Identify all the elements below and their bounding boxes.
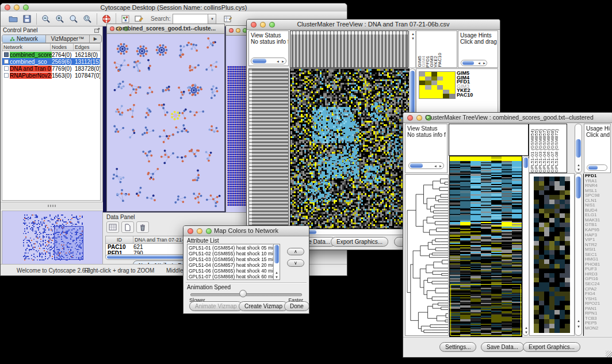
matrix-cell[interactable] [431, 90, 437, 94]
open-session-button[interactable] [6, 13, 20, 25]
matrix-cell[interactable] [437, 76, 443, 81]
dialog-titlebar[interactable]: Map Colors to Network [183, 226, 309, 236]
matrix-cell[interactable] [443, 76, 449, 81]
gene-label[interactable]: MON2 [585, 326, 612, 331]
tv2-row-dendrogram[interactable] [405, 174, 449, 336]
scroll-right-arrow[interactable]: ► [281, 60, 285, 63]
matrix-cell[interactable] [425, 94, 431, 98]
matrix-cell[interactable] [419, 85, 425, 90]
matrix-cell[interactable] [425, 85, 431, 90]
animate-vizmap-button[interactable]: Animate Vizmap [189, 301, 243, 311]
matrix-cell[interactable] [425, 90, 431, 94]
attr-column-id[interactable]: ID [106, 236, 133, 243]
tab-overflow-arrow[interactable]: ▶ [89, 35, 101, 43]
tv1-status-scrollbar[interactable]: ◄ ► [251, 58, 286, 64]
scroll-up-arrow[interactable]: ▲ [411, 32, 415, 36]
frame1-titlebar[interactable]: combined_scores_good.txt--cluste... [107, 24, 224, 34]
matrix-cell[interactable] [425, 76, 431, 81]
tv2-zoom-heatmap[interactable] [534, 177, 570, 333]
matrix-cell[interactable] [449, 85, 455, 90]
scroll-down-arrow[interactable]: ▼ [577, 325, 580, 328]
matrix-cell[interactable] [443, 94, 449, 98]
matrix-cell[interactable] [449, 94, 455, 98]
scroll-right-arrow[interactable]: ► [483, 62, 486, 65]
main-titlebar[interactable]: Cytoscape Desktop (Session Name: collins… [1, 3, 347, 12]
matrix-cell[interactable] [443, 85, 449, 90]
scroll-left-arrow[interactable]: ◄ [276, 60, 280, 63]
matrix-cell[interactable] [437, 72, 443, 76]
matrix-cell[interactable] [419, 76, 425, 81]
close-icon[interactable] [229, 28, 234, 33]
column-header-network[interactable]: Network [2, 44, 51, 51]
matrix-cell[interactable] [449, 81, 455, 85]
float-panel-icon[interactable] [94, 28, 100, 33]
matrix-cell[interactable] [443, 90, 449, 94]
save-session-button[interactable] [20, 13, 34, 25]
attribute-item[interactable]: GPL51-03 (GSM856) heat shock 15 min [188, 256, 273, 262]
minimize-button[interactable] [416, 115, 422, 121]
animation-speed-slider-thumb[interactable] [239, 290, 247, 297]
done-button[interactable]: Done [284, 301, 309, 311]
tv1-zoom-row-label[interactable]: PAC10 [457, 93, 473, 98]
tv2-labels-vscrollbar[interactable]: ▲ ▼ [575, 124, 582, 173]
matrix-cell[interactable] [449, 90, 455, 94]
scroll-down-arrow[interactable]: ▼ [577, 168, 580, 171]
matrix-cell[interactable] [443, 72, 449, 76]
column-header-edges[interactable]: Edges [74, 44, 100, 51]
attribute-item[interactable]: GPL51-06 (GSM865) heat shock 40 min [188, 268, 273, 274]
tv2-column-label[interactable]: GPL51-08 (GSM872) [554, 125, 559, 173]
matrix-cell[interactable] [419, 72, 425, 76]
attribute-item[interactable]: GPL51-04 (GSM857) heat shock 20 min [188, 262, 273, 268]
scroll-down-arrow[interactable]: ▼ [411, 37, 415, 40]
matrix-cell[interactable] [419, 81, 425, 85]
tab-vizmapper[interactable]: VizMapper™ [45, 35, 89, 43]
tv2-usage-scrollbar[interactable] [587, 164, 607, 171]
attribute-item[interactable]: GPL51-02 (GSM855) heat shock 10 min [188, 251, 273, 256]
select-attributes-icon[interactable] [106, 221, 119, 233]
search-dropdown-arrow[interactable]: ▼ [208, 14, 216, 24]
tv1-global-heatmap[interactable] [290, 68, 410, 229]
zoom-fit-icon[interactable] [67, 13, 81, 25]
tv1-row-dendrogram[interactable] [248, 68, 289, 228]
matrix-cell[interactable] [449, 76, 455, 81]
tv1-usage-scrollbar[interactable]: ◄ ► [461, 60, 487, 66]
scroll-up-arrow[interactable]: ▲ [577, 319, 580, 323]
scroll-up-arrow[interactable]: ▲ [577, 163, 580, 167]
matrix-cell[interactable] [425, 72, 431, 76]
scroll-right-arrow[interactable]: ► [439, 164, 442, 168]
matrix-cell[interactable] [431, 94, 437, 98]
new-attribute-icon[interactable] [121, 221, 134, 233]
matrix-cell[interactable] [425, 81, 431, 85]
attribute-listbox[interactable]: GPL51-01 (GSM854) heat shock 05 minGPL51… [187, 244, 280, 280]
create-vizmap-button[interactable]: Create Vizmap [239, 301, 288, 311]
tv2-export-graphics-button[interactable]: Export Graphics... [523, 342, 580, 352]
panel-splitter-handle[interactable] [1, 202, 103, 210]
attribute-item[interactable]: GPL51-01 (GSM854) heat shock 05 min [188, 245, 273, 251]
tv2-status-scrollbar[interactable]: ◄ ► [408, 162, 444, 169]
matrix-cell[interactable] [443, 81, 449, 85]
tv2-settings-button[interactable]: Settings... [439, 342, 476, 352]
matrix-cell[interactable] [437, 94, 443, 98]
matrix-cell[interactable] [437, 81, 443, 85]
zoom-in-icon[interactable] [53, 13, 67, 25]
treeview2-titlebar[interactable]: ClusterMaker TreeView : combined_scores_… [403, 113, 612, 123]
treeview1-titlebar[interactable]: ClusterMaker TreeView : DNA and Tran 07-… [247, 20, 500, 30]
zoom-selected-icon[interactable] [81, 13, 94, 25]
column-header-nodes[interactable]: Nodes [51, 44, 74, 51]
search-input[interactable] [173, 14, 208, 24]
move-attribute-up-button[interactable]: ∧ [287, 248, 304, 255]
tv2-genes-vscrollbar[interactable]: ▲ ▼ [575, 173, 582, 336]
scroll-up-arrow[interactable]: ▲ [525, 326, 528, 329]
matrix-cell[interactable] [431, 81, 437, 85]
matrix-cell[interactable] [431, 85, 437, 90]
network-table-row[interactable]: combined_sco 2569(6) 13112(15) [2, 58, 100, 65]
minimize-icon[interactable] [236, 28, 240, 33]
scroll-down-arrow[interactable]: ▼ [525, 331, 528, 334]
scroll-up-arrow[interactable]: ▲ [275, 271, 278, 274]
tv1-export-graphics-button[interactable]: Export Graphics... [331, 237, 388, 247]
tv1-scroll-strip[interactable]: ▲ ▼ [409, 30, 416, 68]
delete-attribute-trash-icon[interactable] [136, 221, 149, 233]
tv2-save-data-button[interactable]: Save Data... [481, 342, 524, 352]
tv2-heatmap-vscrollbar[interactable]: ▲ ▼ [522, 156, 529, 336]
matrix-cell[interactable] [449, 72, 455, 76]
